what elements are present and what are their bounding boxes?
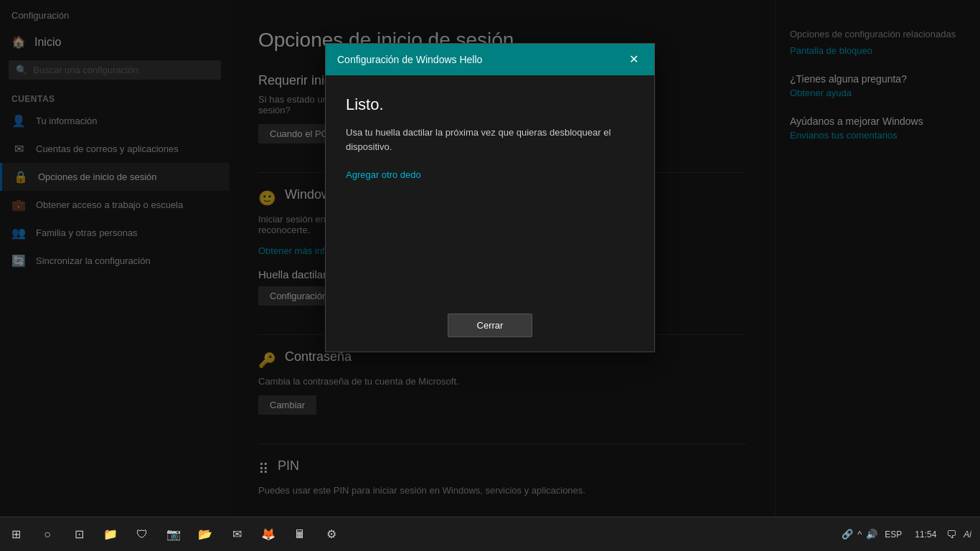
chevron-icon[interactable]: ^ (857, 529, 862, 540)
modal-close-x-btn[interactable]: ✕ (625, 52, 643, 67)
modal-desc: Usa tu huella dactilar la próxima vez qu… (346, 126, 634, 154)
taskbar-calc-btn[interactable]: 🖩 (284, 517, 316, 552)
taskbar-firefox-btn[interactable]: 🦊 (253, 517, 284, 552)
taskbar-sys-icons: 🔗 ^ 🔊 (842, 529, 877, 540)
modal-title: Configuración de Windows Hello (337, 54, 482, 65)
modal-footer: Cerrar (326, 305, 654, 352)
taskbar-settings-btn[interactable]: ⚙ (316, 517, 347, 552)
add-finger-link[interactable]: Agregar otro dedo (346, 169, 421, 180)
modal-body: Listo. Usa tu huella dactilar la próxima… (326, 75, 654, 305)
ai-label[interactable]: Ai (961, 529, 974, 540)
taskbar-camera-btn[interactable]: 📷 (158, 517, 189, 552)
taskbar-explorer-btn[interactable]: 📁 (95, 517, 126, 552)
taskbar-clock[interactable]: 11:54 (909, 529, 942, 540)
clock-time: 11:54 (915, 529, 936, 540)
language-indicator[interactable]: ESP (882, 529, 905, 540)
modal-header: Configuración de Windows Hello ✕ (326, 44, 654, 75)
taskbar-search-btn[interactable]: ○ (32, 517, 63, 552)
modal-cerrar-btn[interactable]: Cerrar (448, 314, 533, 337)
taskbar: ⊞ ○ ⊡ 📁 🛡 📷 📂 ✉ 🦊 🖩 ⚙ 🔗 ^ 🔊 ESP 11:54 🗨 … (0, 517, 980, 551)
taskbar-shield-btn[interactable]: 🛡 (126, 517, 158, 552)
network-icon[interactable]: 🔗 (842, 529, 853, 540)
modal-overlay: Configuración de Windows Hello ✕ Listo. … (0, 0, 980, 517)
modal-ready-title: Listo. (346, 95, 634, 114)
speaker-icon[interactable]: 🔊 (866, 529, 877, 540)
windows-hello-modal: Configuración de Windows Hello ✕ Listo. … (325, 43, 655, 352)
taskbar-start-btn[interactable]: ⊞ (0, 517, 32, 552)
notification-icon[interactable]: 🗨 (946, 529, 956, 540)
taskbar-task-view-btn[interactable]: ⊡ (63, 517, 95, 552)
taskbar-files-btn[interactable]: 📂 (189, 517, 221, 552)
taskbar-mail-btn[interactable]: ✉ (221, 517, 253, 552)
